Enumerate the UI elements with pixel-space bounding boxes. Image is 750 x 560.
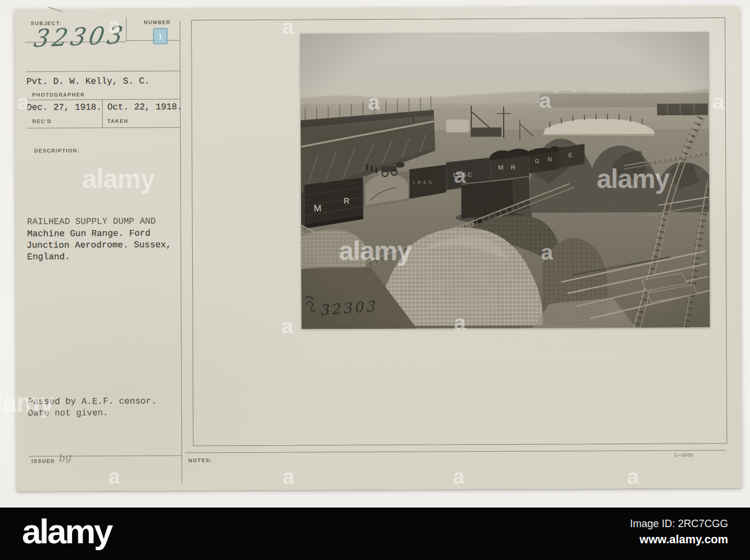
photograph-railhead-supply-dump: E G N M R LBSC L B & S — [300, 32, 710, 329]
number-label: NUMBER — [144, 20, 171, 25]
subject-number-handwritten: 32303 — [31, 21, 125, 52]
card-crack — [48, 7, 62, 13]
censor-line1: Passed by A.E.F. censor. — [28, 396, 156, 407]
description-line3: Junction Aerodrome. Sussex, — [27, 240, 171, 251]
issued-handwritten-initials: bg — [58, 451, 73, 464]
alamy-logo: alamy — [22, 514, 111, 549]
divider — [27, 99, 180, 100]
number-stamp-icon: 1 — [153, 28, 167, 44]
description-line2: Machine Gun Range. Ford — [27, 228, 151, 239]
photographer-label: PHOTOGRAPHER — [32, 92, 85, 97]
alamy-url-text: www.alamy.com — [640, 533, 728, 546]
divider — [27, 70, 180, 72]
notes-label: NOTES: — [189, 457, 212, 463]
censor-line2: Date not given. — [28, 408, 108, 419]
description-line1: RAILHEAD SUPPLY DUMP AND — [27, 216, 156, 227]
description-line4: England. — [27, 251, 70, 262]
divider — [126, 17, 126, 41]
alamy-footer-bar: alamy Image ID: 2RC7CGG www.alamy.com — [0, 508, 750, 560]
archive-photo-card: SUBJECT: 32303 NUMBER 1 Pvt. D. W. Kelly… — [14, 6, 742, 491]
image-id-text: Image ID: 2RC7CGG — [630, 518, 728, 530]
photo-scene: E G N M R LBSC L B & S — [300, 32, 710, 329]
issued-label: ISSUED — [32, 458, 55, 464]
issued-rule — [29, 455, 182, 456]
column-rule — [179, 21, 182, 483]
photographer-name: Pvt. D. W. Kelly, S. C. — [27, 76, 150, 87]
alamy-stock-page: SUBJECT: 32303 NUMBER 1 Pvt. D. W. Kelly… — [0, 0, 750, 560]
print-reference-number: 2—5005 — [674, 453, 693, 458]
divider — [102, 99, 103, 127]
divider — [27, 127, 180, 128]
taken-label: TAKEN — [107, 118, 128, 124]
number-stamp-glyph: 1 — [158, 32, 162, 40]
date-taken: Oct. 22, 1918. — [107, 102, 182, 112]
date-received: Dec. 27, 1918. — [27, 102, 102, 113]
notes-rule — [185, 450, 726, 453]
description-label: DESCRIPTION: — [34, 148, 80, 153]
received-label: REC'D — [32, 118, 52, 124]
